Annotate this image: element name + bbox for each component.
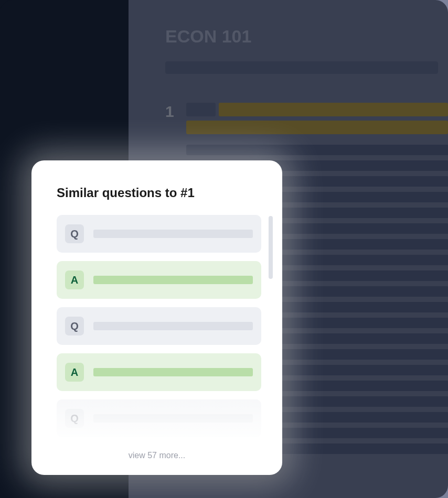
popup-title: Similar questions to #1 — [57, 186, 261, 200]
qa-item-question[interactable]: Q — [57, 307, 261, 345]
question-badge: Q — [65, 317, 84, 335]
question-number: 1 — [165, 103, 181, 121]
question-row: 1 — [165, 103, 448, 134]
qa-item-answer[interactable]: A — [57, 261, 261, 299]
similar-questions-popup: Similar questions to #1 Q A Q A Q view — [31, 160, 282, 475]
text-placeholder — [186, 145, 448, 155]
qa-item-question[interactable]: Q — [57, 215, 261, 253]
text-placeholder — [186, 103, 216, 116]
view-more-link[interactable]: view 57 more... — [31, 451, 282, 460]
course-title: ECON 101 — [165, 26, 448, 47]
scrollbar[interactable] — [269, 216, 273, 279]
answer-badge: A — [65, 363, 84, 382]
question-content — [186, 103, 448, 134]
qa-list[interactable]: Q A Q A Q — [57, 215, 261, 446]
question-badge: Q — [65, 224, 84, 243]
answer-badge: A — [65, 270, 84, 289]
text-placeholder — [93, 230, 253, 238]
qa-item-question[interactable]: Q — [57, 399, 261, 437]
text-placeholder — [93, 368, 253, 376]
text-placeholder — [93, 276, 253, 284]
text-placeholder — [93, 322, 253, 330]
text-placeholder — [93, 414, 253, 423]
subtitle-placeholder — [165, 61, 438, 74]
question-badge: Q — [65, 409, 84, 428]
highlight-placeholder — [219, 103, 448, 116]
qa-item-answer[interactable]: A — [57, 353, 261, 391]
highlight-placeholder — [186, 121, 448, 134]
